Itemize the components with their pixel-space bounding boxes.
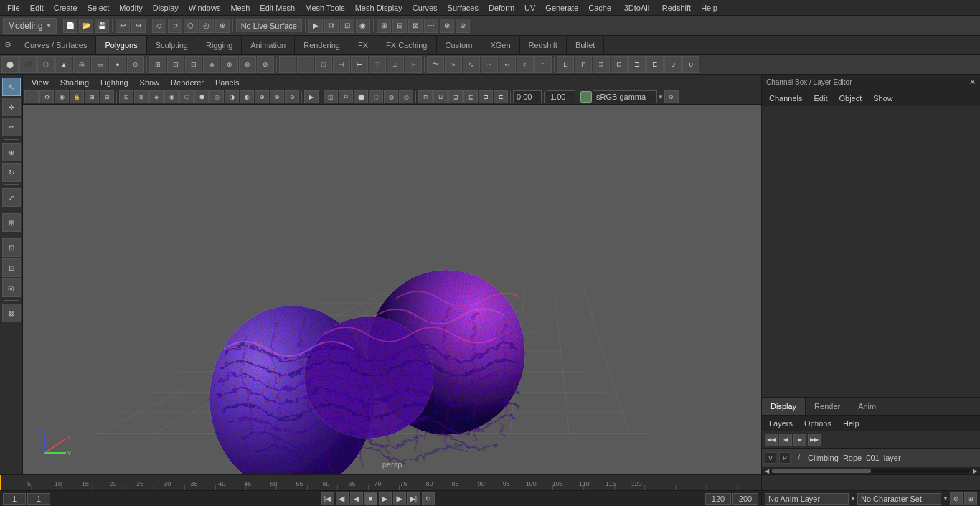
menu-edit-mesh[interactable]: Edit Mesh (255, 2, 299, 14)
menu-modify[interactable]: Modify (115, 2, 146, 14)
menu-mesh[interactable]: Mesh (226, 2, 254, 14)
new-file-btn[interactable]: 📄 (63, 19, 77, 33)
uvmap8-icon-btn[interactable]: ⊍ (682, 56, 699, 73)
move-tool-btn[interactable]: ⊕ (2, 143, 21, 161)
scale-tool-btn[interactable]: ⤢ (2, 188, 21, 207)
uv-icon[interactable]: ⊓ (418, 90, 433, 103)
cam-view-icon[interactable]: ◉ (55, 90, 69, 103)
sculpt3-icon-btn[interactable]: ∻ (517, 56, 534, 73)
scroll-right-btn[interactable]: ▶ (971, 467, 979, 474)
current-frame-input[interactable] (3, 493, 26, 505)
csub-object-btn[interactable]: Object (834, 93, 866, 104)
render-settings-btn[interactable]: ⚙ (324, 19, 339, 33)
frame-btn[interactable]: ⊠ (408, 19, 423, 33)
layer-next-btn[interactable]: ▶▶ (808, 434, 821, 446)
cam-settings-icon[interactable]: ⚙ (39, 90, 54, 103)
play-back-btn[interactable]: ◀ (350, 492, 363, 505)
tab-fx-caching[interactable]: FX Caching (377, 36, 436, 54)
uvmap3-icon-btn[interactable]: ⊒ (593, 56, 610, 73)
vp-menu-view[interactable]: View (29, 77, 52, 88)
pipe-icon-btn[interactable]: ⊙ (127, 56, 144, 73)
display-icon[interactable]: ⊘ (285, 90, 299, 103)
uvmap1-icon-btn[interactable]: ⊔ (557, 56, 574, 73)
ao-icon[interactable]: ◐ (240, 90, 254, 103)
sphere-icon-btn[interactable]: ⬤ (1, 56, 19, 73)
edge-icon-btn[interactable]: — (297, 56, 314, 73)
layer-visible-btn[interactable]: V (765, 452, 776, 464)
torus-icon-btn[interactable]: ◎ (73, 56, 90, 73)
save-file-btn[interactable]: 💾 (95, 19, 109, 33)
sculpt4-icon-btn[interactable]: ∸ (534, 56, 552, 73)
merge-icon-btn[interactable]: ⊕ (221, 56, 238, 73)
history-btn[interactable]: ⊟ (2, 258, 21, 277)
sculpt1-icon-btn[interactable]: ∽ (481, 56, 498, 73)
layer-scrollbar-track[interactable] (772, 469, 970, 473)
select-tool-btn[interactable]: ◇ (152, 19, 166, 33)
layer-prev-btn[interactable]: ◀◀ (765, 434, 778, 446)
tab-animation[interactable]: Animation (242, 36, 295, 54)
menu-curves[interactable]: Curves (408, 2, 442, 14)
grid-btn[interactable]: ⋯ (424, 19, 438, 33)
vp-menu-renderer[interactable]: Renderer (168, 77, 207, 88)
colorspace-selector[interactable]: sRGB gamma (593, 90, 657, 103)
csub-show-btn[interactable]: Show (869, 93, 897, 104)
tab-fx[interactable]: FX (349, 36, 377, 54)
tab-bullet[interactable]: Bullet (567, 36, 605, 54)
vertex-icon-btn[interactable]: · (279, 56, 296, 73)
channel-box-close-btn[interactable]: ✕ (969, 78, 976, 87)
texture-icon[interactable]: ⬢ (194, 90, 209, 103)
resolution-icon[interactable]: ⊞ (85, 90, 99, 103)
hdr-icon[interactable]: ⬤ (354, 90, 368, 103)
swatch-icon[interactable]: ⧉ (339, 90, 353, 103)
cone-icon-btn[interactable]: ▲ (55, 56, 72, 73)
layer-forward-btn[interactable]: ▶ (793, 434, 806, 446)
select-tool-btn[interactable]: ↖ (2, 78, 21, 96)
average-icon-btn[interactable]: ≈ (445, 56, 462, 73)
settings-btn[interactable]: ⚙ (950, 492, 963, 505)
rt-tab-render[interactable]: Render (806, 398, 849, 415)
layout2-btn[interactable]: ⊠ (2, 304, 21, 322)
anim-layer-selector[interactable]: No Anim Layer (765, 493, 849, 505)
rt-tab-anim[interactable]: Anim (849, 398, 885, 415)
bevel-icon-btn[interactable]: ◈ (203, 56, 220, 73)
isolate2-icon[interactable]: ⊗ (270, 90, 284, 103)
tab-curves-surfaces[interactable]: Curves / Surfaces (16, 36, 96, 54)
rotate-tool-btn[interactable]: ↻ (2, 163, 21, 182)
transform-tool-btn[interactable]: ✛ (2, 98, 21, 116)
tab-rendering[interactable]: Rendering (295, 36, 349, 54)
motion-blur-icon[interactable]: ◍ (384, 90, 398, 103)
smooth-shade-icon[interactable]: ◈ (149, 90, 164, 103)
uv5-icon[interactable]: ⊐ (479, 90, 493, 103)
workspace-selector[interactable]: Modeling ▼ (3, 18, 57, 34)
disc-icon-btn[interactable]: ● (109, 56, 126, 73)
isolate-btn[interactable]: ⊟ (392, 19, 407, 33)
plane-icon-btn[interactable]: ▭ (91, 56, 108, 73)
layer-item[interactable]: V P / Climbing_Rope_001_layer (762, 449, 980, 467)
menu-redshift[interactable]: Redshift (658, 2, 695, 14)
uvmap6-icon-btn[interactable]: ⊏ (646, 56, 664, 73)
menu-create[interactable]: Create (50, 2, 82, 14)
channel-box-minimize-btn[interactable]: — (960, 78, 968, 87)
undo-btn[interactable]: ↩ (116, 19, 130, 33)
light-shade-icon[interactable]: ◉ (164, 90, 179, 103)
tab-sculpting[interactable]: Sculpting (147, 36, 197, 54)
vp-menu-shading[interactable]: Shading (57, 77, 92, 88)
range-end-input[interactable] (705, 493, 731, 505)
tab-redshift[interactable]: Redshift (520, 36, 567, 54)
anim-mode-icon[interactable]: ▶ (304, 90, 319, 103)
menu-surfaces[interactable]: Surfaces (443, 2, 483, 14)
menu-display[interactable]: Display (149, 2, 183, 14)
menu-mesh-display[interactable]: Mesh Display (351, 2, 407, 14)
layers-help-btn[interactable]: Help (839, 418, 864, 429)
settings-icon[interactable]: ⚙ (0, 36, 16, 55)
menu-windows[interactable]: Windows (184, 2, 225, 14)
cube-icon-btn[interactable]: ⬛ (19, 56, 37, 73)
redo-btn[interactable]: ↪ (131, 19, 146, 33)
soft-select-btn[interactable]: ◎ (199, 19, 214, 33)
lasso-tool-btn[interactable]: ⊃ (168, 19, 182, 33)
xray-icon[interactable]: ⊕ (255, 90, 269, 103)
layer-scrollbar-thumb[interactable] (772, 469, 871, 473)
uv4-icon[interactable]: ⊑ (463, 90, 478, 103)
uv3-icon[interactable]: ⊒ (448, 90, 463, 103)
sculpt2-icon-btn[interactable]: ∾ (499, 56, 516, 73)
